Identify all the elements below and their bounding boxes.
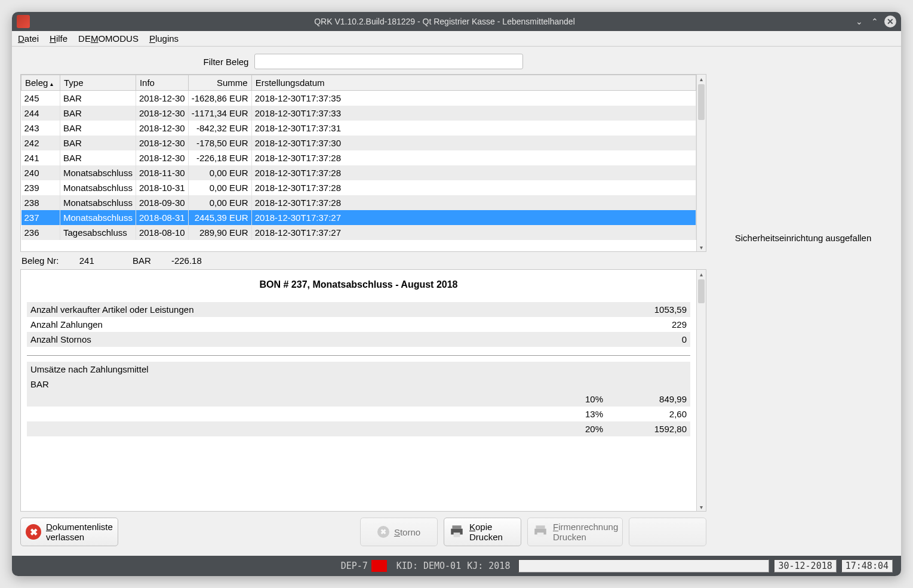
bon-row: 20%1592,80 <box>27 421 690 436</box>
cancel-icon: ✖ <box>26 524 41 540</box>
printer-icon <box>533 524 548 541</box>
table-row[interactable]: 236Tagesabschluss2018-08-10289,90 EUR201… <box>21 225 696 240</box>
filter-label: Filter Beleg <box>204 57 249 67</box>
scroll-down-icon[interactable]: ▾ <box>697 243 706 251</box>
menu-datei[interactable]: Datei <box>18 33 39 44</box>
bon-row: 10%849,99 <box>27 392 690 407</box>
scroll-up-icon[interactable]: ▴ <box>697 270 706 278</box>
table-row[interactable]: 240Monatsabschluss2018-11-300,00 EUR2018… <box>21 165 696 180</box>
leave-documentlist-button[interactable]: ✖ Dokumentenlisteverlassen <box>20 518 118 546</box>
table-row[interactable]: 243BAR2018-12-30-842,32 EUR2018-12-30T17… <box>21 121 696 136</box>
menubar: Datei Hilfe DEMOMODUS Plugins <box>12 31 901 47</box>
svg-rect-3 <box>536 525 545 528</box>
bon-row: Anzahl verkaufter Artikel oder Leistunge… <box>27 302 690 317</box>
menu-demomodus[interactable]: DEMOMODUS <box>78 33 139 44</box>
statusbar: DEP-7 KID: DEMO-01 KJ: 2018 30-12-2018 1… <box>12 556 901 576</box>
header-beleg[interactable]: Beleg▴ <box>21 75 60 91</box>
status-empty-box <box>518 559 769 572</box>
header-info[interactable]: Info <box>136 75 188 91</box>
bon-title: BON # 237, Monatsabschluss - August 2018 <box>27 279 690 290</box>
bon-row: 13%2,60 <box>27 407 690 421</box>
scroll-thumb[interactable] <box>698 84 705 120</box>
table-row[interactable]: 239Monatsabschluss2018-10-310,00 EUR2018… <box>21 180 696 195</box>
svg-rect-5 <box>537 532 544 537</box>
header-erst[interactable]: Erstellungsdatum <box>251 75 696 91</box>
table-row[interactable]: 238Monatsabschluss2018-09-300,00 EUR2018… <box>21 195 696 210</box>
bon-row: Anzahl Zahlungen229 <box>27 317 690 332</box>
status-kid: KID: DEMO-01 <box>396 561 461 571</box>
status-dep: DEP-7 <box>341 561 368 571</box>
security-warning: Sicherheitseinrichtung ausgefallen <box>735 233 871 243</box>
table-row[interactable]: 237Monatsabschluss2018-08-312445,39 EUR2… <box>21 210 696 225</box>
leave-line1: okumentenliste <box>53 522 113 532</box>
window-title: QRK V1.10.2.Build-181229 - Qt Registrier… <box>36 17 853 26</box>
storno-icon: ✖ <box>377 526 389 538</box>
menu-hilfe[interactable]: Hilfe <box>50 33 67 44</box>
scroll-thumb[interactable] <box>698 279 705 303</box>
filter-input[interactable] <box>254 54 523 69</box>
bon-payment-header: Umsätze nach Zahlungsmittel BAR <box>27 362 690 392</box>
table-scrollbar[interactable]: ▴ ▾ <box>696 75 706 251</box>
kopie-drucken-button[interactable]: Kopie Drucken <box>444 518 521 546</box>
status-time: 17:48:04 <box>841 559 893 572</box>
status-date: 30-12-2018 <box>774 559 836 572</box>
sort-asc-icon: ▴ <box>50 81 53 87</box>
detail-scrollbar[interactable]: ▴ ▾ <box>696 270 706 511</box>
bon-row: Anzahl Stornos0 <box>27 332 690 347</box>
titlebar: QRK V1.10.2.Build-181229 - Qt Registrier… <box>12 12 901 31</box>
table-row[interactable]: 245BAR2018-12-30-1628,86 EUR2018-12-30T1… <box>21 91 696 106</box>
table-row[interactable]: 241BAR2018-12-30-226,18 EUR2018-12-30T17… <box>21 150 696 165</box>
maximize-icon[interactable]: ⌃ <box>869 16 881 27</box>
firmenrechnung-button: FirmenrechnungDrucken <box>527 518 623 546</box>
scroll-up-icon[interactable]: ▴ <box>697 75 706 83</box>
bon-tax-table: 10%849,9913%2,6020%1592,80 <box>27 392 690 436</box>
svg-rect-0 <box>452 525 461 528</box>
receipt-table[interactable]: Beleg▴ Type Info Summe Erstellungsdatum … <box>21 75 696 240</box>
printer-icon <box>449 524 465 541</box>
status-red-indicator <box>371 560 387 572</box>
status-kj: KJ: 2018 <box>467 561 510 571</box>
receipt-detail: BON # 237, Monatsabschluss - August 2018… <box>21 270 696 511</box>
header-type[interactable]: Type <box>60 75 136 91</box>
info-line: Beleg Nr: 241 BAR -226.18 <box>20 252 706 269</box>
leave-line2: verlassen <box>46 532 84 542</box>
header-summe[interactable]: Summe <box>188 75 251 91</box>
minimize-icon[interactable]: ⌄ <box>853 16 865 27</box>
storno-button: ✖ Storno <box>360 518 438 546</box>
table-row[interactable]: 242BAR2018-12-30-178,50 EUR2018-12-30T17… <box>21 136 696 150</box>
scroll-down-icon[interactable]: ▾ <box>697 503 706 511</box>
app-icon <box>17 15 30 28</box>
bon-summary-table: Anzahl verkaufter Artikel oder Leistunge… <box>27 302 690 347</box>
table-row[interactable]: 244BAR2018-12-30-1171,34 EUR2018-12-30T1… <box>21 106 696 121</box>
empty-button <box>629 518 706 546</box>
close-icon[interactable]: ✕ <box>884 16 896 27</box>
menu-plugins[interactable]: Plugins <box>149 33 179 44</box>
svg-rect-2 <box>454 532 460 537</box>
